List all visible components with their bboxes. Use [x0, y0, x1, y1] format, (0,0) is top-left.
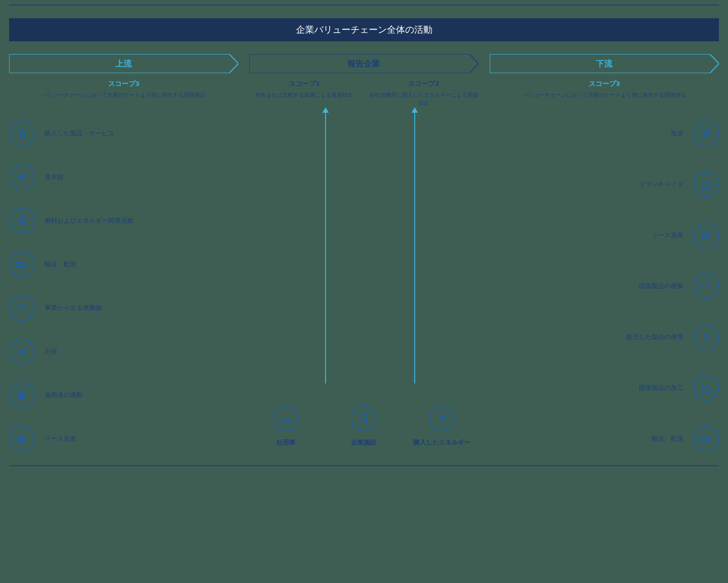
upstream-item-label: リース資産	[45, 435, 76, 443]
upstream-item-label: 出張	[45, 348, 57, 356]
airplane-icon	[9, 339, 35, 364]
upstream-item-label: 燃料およびエネルギー関連活動	[45, 217, 134, 225]
upstream-item-leased-assets: リース資産	[9, 426, 238, 452]
downstream-item-franchises: フランチャイズ	[490, 172, 719, 197]
downstream-item-processing: 固形製品の加工	[490, 375, 719, 401]
money-icon	[693, 121, 719, 146]
svg-rect-33	[705, 185, 708, 189]
downstream-item-label: 投資	[671, 130, 683, 138]
cart-icon	[9, 121, 35, 146]
scope1-block: スコープ1 所有または支配する源泉による直接排出	[249, 80, 359, 107]
mid-item-energy: 購入したエネルギー	[405, 406, 478, 447]
middle-column: 社用車 企業施設 購入したエネルギー	[249, 121, 478, 452]
downstream-item-label: フランチャイズ	[639, 180, 683, 189]
svg-point-4	[24, 136, 25, 138]
car-icon	[273, 406, 299, 432]
plug-icon	[429, 406, 455, 432]
svg-point-42	[708, 441, 710, 443]
upstream-item-label: 雇用者の通勤	[45, 391, 83, 399]
upstream-item-capital-goods: 資本財	[9, 164, 238, 190]
reporting-scope-col: スコープ1 所有または支配する源泉による直接排出 スコープ2 自社消費用に購入し…	[249, 80, 478, 107]
stream-arrows-row: 上流 報告企業 下流	[9, 54, 719, 73]
downstream-item-use-of-products: 販売した製品の使用	[490, 324, 719, 350]
scope1-title: スコープ1	[249, 80, 359, 88]
downstream-item-label: 固形製品の加工	[639, 384, 683, 392]
upstream-item-purchased-goods: 購入した製品・サービス	[9, 121, 238, 146]
scope2-title: スコープ2	[369, 80, 479, 88]
middle-items-row: 社用車 企業施設 購入したエネルギー	[249, 406, 478, 447]
svg-point-39	[703, 333, 709, 339]
lightbulb-icon	[693, 324, 719, 350]
recycle-icon	[693, 274, 719, 299]
svg-point-15	[20, 396, 20, 397]
downstream-item-label: 輸送、配送	[652, 435, 683, 443]
mid-item-vehicles: 社用車	[249, 406, 322, 447]
scope3-downstream-col: スコープ3 バリューチェーンにおいて企業のゲートより後に発生する間接排出	[490, 80, 719, 107]
downstream-item-label: 固形製品の廃棄	[639, 282, 683, 290]
scope3-upstream-desc: バリューチェーンにおいて企業のゲートより前に発生する間接排出	[9, 91, 238, 99]
downstream-label: 下流	[596, 58, 613, 69]
building-icon	[351, 406, 377, 432]
reporting-company-arrow: 報告企業	[249, 54, 478, 73]
downstream-arrow: 下流	[490, 54, 719, 73]
train-icon	[9, 383, 35, 408]
svg-rect-24	[361, 415, 367, 424]
upstream-item-label: 事業から出る廃棄物	[45, 304, 102, 312]
truck-icon	[9, 252, 35, 277]
scope2-desc: 自社消費用に購入したエネルギーによる間接排出	[369, 91, 479, 107]
svg-point-41	[703, 441, 704, 443]
upstream-item-label: 資本財	[45, 173, 64, 181]
scope3-upstream-title: スコープ3	[9, 80, 238, 88]
building-columns-icon	[9, 426, 35, 452]
bottom-divider	[9, 465, 719, 466]
upstream-item-commuting: 雇用者の通勤	[9, 383, 238, 408]
reporting-company-label: 報告企業	[347, 58, 380, 69]
upstream-item-waste: 事業から出る廃棄物	[9, 295, 238, 321]
downstream-item-label: リース資産	[652, 231, 683, 239]
svg-point-16	[23, 396, 24, 397]
top-divider	[9, 5, 719, 5]
house-icon	[693, 172, 719, 197]
upstream-column: 購入した製品・サービス 資本財 燃料およびエネルギー関連活動 輸送、配送 事業か…	[9, 121, 238, 452]
svg-rect-31	[701, 131, 711, 136]
money-bag-icon	[9, 164, 35, 190]
title-bar: 企業バリューチェーン全体の活動	[9, 18, 719, 41]
building-columns-icon	[693, 223, 719, 248]
scope-row: スコープ3 バリューチェーンにおいて企業のゲートより前に発生する間接排出 スコー…	[9, 80, 719, 107]
upstream-item-label: 購入した製品・サービス	[45, 130, 115, 138]
upstream-item-label: 輸送、配送	[45, 260, 76, 269]
downstream-item-investments: 投資	[490, 121, 719, 146]
scope1-arrow-up	[325, 112, 326, 384]
downstream-item-leased-assets: リース資産	[490, 223, 719, 248]
truck-icon	[693, 426, 719, 452]
downstream-column: 投資 フランチャイズ リース資産 固形製品の廃棄 販売した製品の使用	[490, 121, 719, 452]
scope3-downstream-title: スコープ3	[490, 80, 719, 88]
diagram-container: 企業バリューチェーン全体の活動 上流 報告企業 下流 スコープ3 バリューチェー…	[0, 0, 728, 480]
svg-point-12	[24, 266, 25, 268]
svg-point-11	[18, 266, 20, 268]
svg-rect-7	[19, 217, 25, 225]
upstream-item-transport: 輸送、配送	[9, 252, 238, 277]
fuel-barrel-icon	[9, 208, 35, 234]
upstream-item-fuel-energy: 燃料およびエネルギー関連活動	[9, 208, 238, 234]
mid-item-label: 社用車	[276, 438, 296, 447]
scope2-block: スコープ2 自社消費用に購入したエネルギーによる間接排出	[369, 80, 479, 107]
scope3-downstream-desc: バリューチェーンにおいて企業のゲートより後に発生する間接排出	[490, 91, 719, 99]
scope3-upstream-col: スコープ3 バリューチェーンにおいて企業のゲートより前に発生する間接排出	[9, 80, 238, 107]
mid-item-label: 企業施設	[351, 438, 377, 447]
upstream-label: 上流	[115, 58, 132, 69]
downstream-item-transport: 輸送、配送	[490, 426, 719, 452]
upstream-item-list: 購入した製品・サービス 資本財 燃料およびエネルギー関連活動 輸送、配送 事業か…	[9, 121, 238, 452]
svg-point-32	[705, 132, 708, 135]
mid-item-label: 購入したエネルギー	[413, 438, 471, 447]
downstream-item-label: 販売した製品の使用	[626, 333, 683, 341]
downstream-item-list: 投資 フランチャイズ リース資産 固形製品の廃棄 販売した製品の使用	[490, 121, 719, 452]
factory-icon	[693, 375, 719, 401]
svg-point-3	[20, 136, 22, 138]
upstream-item-travel: 出張	[9, 339, 238, 364]
body-grid: 購入した製品・サービス 資本財 燃料およびエネルギー関連活動 輸送、配送 事業か…	[9, 121, 719, 452]
scope2-arrow-up	[414, 112, 415, 384]
recycle-icon	[9, 295, 35, 321]
scope1-desc: 所有または支配する源泉による直接排出	[249, 91, 359, 99]
upstream-arrow: 上流	[9, 54, 238, 73]
